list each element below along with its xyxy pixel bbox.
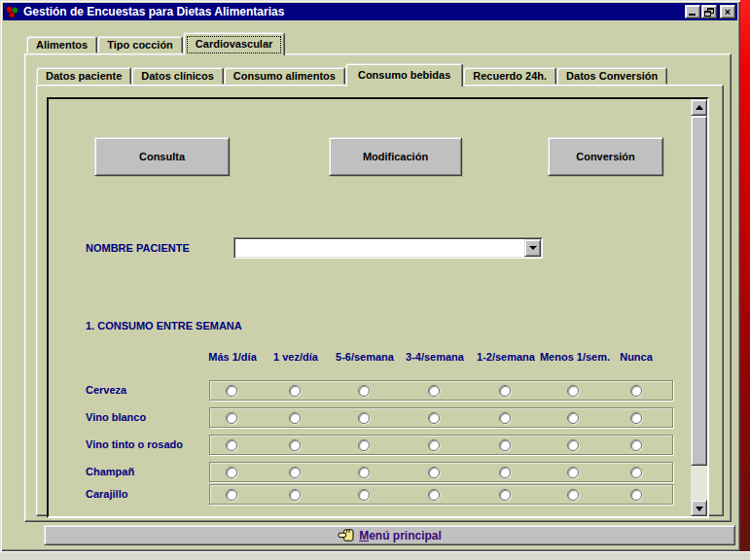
vertical-scrollbar[interactable] bbox=[691, 99, 707, 516]
frequency-header: 1 vez/día bbox=[273, 351, 318, 363]
restore-icon[interactable] bbox=[701, 5, 717, 18]
beverage-row: Champañ bbox=[49, 462, 691, 483]
desktop-background-strip bbox=[740, 0, 750, 551]
patient-name-combobox[interactable] bbox=[233, 237, 543, 259]
radio-frequency-3[interactable] bbox=[358, 489, 370, 501]
beverage-label: Champañ bbox=[86, 466, 134, 477]
frequency-header: 5-6/semana bbox=[336, 351, 394, 363]
radio-frequency-2[interactable] bbox=[289, 412, 301, 424]
radio-frequency-6[interactable] bbox=[567, 489, 579, 501]
beverage-row: Carajillo bbox=[49, 484, 691, 506]
beverage-label: Cerveza bbox=[86, 384, 126, 396]
tab-sub[interactable]: Datos paciente bbox=[36, 67, 131, 85]
taskbar-edge-strip bbox=[0, 551, 750, 560]
patient-name-label: NOMBRE PACIENTE bbox=[86, 242, 190, 254]
radio-frequency-4[interactable] bbox=[428, 385, 440, 397]
hand-pointing-left-icon bbox=[338, 529, 354, 542]
radio-frequency-3[interactable] bbox=[358, 412, 370, 424]
tabs-sub: Datos pacienteDatos clínicosConsumo alim… bbox=[36, 67, 667, 87]
app-icon bbox=[5, 5, 19, 19]
radio-frequency-2[interactable] bbox=[289, 467, 301, 478]
beverage-row: Vino blanco bbox=[49, 407, 691, 429]
radio-frequency-7[interactable] bbox=[630, 439, 642, 451]
radio-frequency-7[interactable] bbox=[630, 385, 642, 397]
frequency-header: Nunca bbox=[620, 351, 653, 363]
radio-frequency-3[interactable] bbox=[358, 467, 370, 478]
beverage-radio-group bbox=[209, 484, 673, 505]
conversion-button[interactable]: Conversión bbox=[548, 137, 663, 176]
beverage-label: Carajillo bbox=[86, 488, 127, 500]
radio-frequency-3[interactable] bbox=[358, 439, 370, 451]
menu-principal-bar[interactable]: Menú principal bbox=[44, 525, 735, 545]
radio-frequency-5[interactable] bbox=[499, 439, 511, 451]
radio-frequency-3[interactable] bbox=[358, 385, 370, 397]
beverage-radio-group bbox=[209, 462, 673, 482]
frequency-header: Más 1/día bbox=[208, 351, 257, 363]
tab-main[interactable]: Alimentos bbox=[26, 36, 97, 53]
form-panel-inner: Consulta Modificación Conversión NOMBRE … bbox=[49, 99, 707, 516]
radio-frequency-5[interactable] bbox=[499, 489, 511, 501]
beverage-radio-group bbox=[209, 407, 673, 428]
form-panel: Consulta Modificación Conversión NOMBRE … bbox=[47, 97, 709, 518]
tabs-main: AlimentosTipo cocciónCardiovascular bbox=[26, 36, 285, 55]
titlebar: Gestión de Encuestas para Dietas Aliment… bbox=[3, 3, 737, 20]
tab-sub[interactable]: Consumo bebidas bbox=[345, 63, 463, 87]
tab-main[interactable]: Tipo cocción bbox=[97, 36, 183, 53]
consulta-button[interactable]: Consulta bbox=[94, 137, 230, 176]
menu-accel-letter: M bbox=[359, 529, 369, 542]
beverage-row: Cerveza bbox=[49, 380, 691, 402]
frequency-header: 1-2/semana bbox=[477, 351, 535, 363]
scrollbar-thumb[interactable] bbox=[691, 116, 707, 466]
frequency-header: Menos 1/sem. bbox=[540, 351, 610, 363]
tab-sub[interactable]: Datos clínicos bbox=[131, 67, 224, 85]
radio-frequency-6[interactable] bbox=[567, 385, 579, 397]
radio-frequency-1[interactable] bbox=[226, 412, 237, 424]
app-window: Gestión de Encuestas para Dietas Aliment… bbox=[0, 0, 740, 551]
chevron-down-icon bbox=[529, 246, 537, 250]
beverage-radio-group bbox=[209, 380, 673, 401]
radio-frequency-1[interactable] bbox=[226, 467, 237, 478]
window-controls: × bbox=[684, 5, 735, 18]
screen: Gestión de Encuestas para Dietas Aliment… bbox=[0, 0, 750, 560]
section-title: 1. CONSUMO ENTRE SEMANA bbox=[86, 320, 242, 332]
radio-frequency-6[interactable] bbox=[567, 439, 579, 451]
radio-frequency-7[interactable] bbox=[630, 489, 642, 501]
radio-frequency-5[interactable] bbox=[499, 385, 511, 397]
radio-frequency-4[interactable] bbox=[428, 489, 440, 501]
radio-frequency-6[interactable] bbox=[567, 412, 579, 424]
radio-frequency-4[interactable] bbox=[428, 412, 440, 424]
scroll-up-icon[interactable] bbox=[691, 99, 707, 116]
radio-frequency-4[interactable] bbox=[428, 467, 440, 478]
close-icon[interactable]: × bbox=[720, 5, 735, 18]
minimize-icon[interactable] bbox=[685, 5, 700, 18]
radio-frequency-7[interactable] bbox=[630, 467, 642, 478]
radio-frequency-7[interactable] bbox=[630, 412, 642, 424]
beverage-label: Vino tinto o rosado bbox=[86, 438, 183, 450]
radio-frequency-2[interactable] bbox=[289, 439, 301, 451]
frequency-header: 3-4/semana bbox=[406, 351, 464, 363]
radio-frequency-1[interactable] bbox=[226, 489, 237, 501]
tab-sub[interactable]: Datos Conversión bbox=[556, 67, 667, 85]
radio-frequency-5[interactable] bbox=[499, 412, 511, 424]
tab-main[interactable]: Cardiovascular bbox=[183, 32, 285, 55]
radio-frequency-1[interactable] bbox=[226, 439, 237, 451]
beverage-row: Vino tinto o rosado bbox=[49, 435, 691, 456]
radio-frequency-1[interactable] bbox=[226, 385, 237, 397]
combobox-dropdown-button[interactable] bbox=[524, 239, 541, 257]
radio-frequency-4[interactable] bbox=[428, 439, 440, 451]
scroll-down-icon[interactable] bbox=[691, 500, 707, 516]
beverage-radio-group bbox=[209, 435, 673, 455]
beverage-label: Vino blanco bbox=[86, 411, 146, 423]
tab-sub[interactable]: Recuerdo 24h. bbox=[463, 67, 556, 85]
menu-principal-label: Menú principal bbox=[359, 529, 442, 542]
radio-frequency-6[interactable] bbox=[567, 467, 579, 478]
menu-rest-text: enú principal bbox=[369, 529, 442, 542]
radio-frequency-5[interactable] bbox=[499, 467, 511, 478]
tab-sub[interactable]: Consumo alimentos bbox=[224, 67, 345, 85]
radio-frequency-2[interactable] bbox=[289, 489, 301, 501]
radio-frequency-2[interactable] bbox=[289, 385, 301, 397]
modificacion-button[interactable]: Modificación bbox=[329, 137, 462, 176]
window-title: Gestión de Encuestas para Dietas Aliment… bbox=[23, 5, 284, 18]
